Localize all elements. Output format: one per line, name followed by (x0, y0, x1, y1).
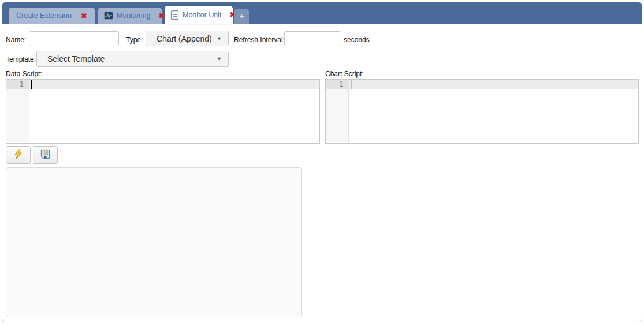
data-script-editor[interactable]: 1 (6, 79, 320, 144)
type-label: Type: (126, 36, 143, 44)
code-area[interactable] (29, 80, 319, 143)
refresh-interval-input[interactable] (284, 31, 341, 46)
tab-monitoring[interactable]: Monitoring ✖ (98, 8, 162, 24)
tab-label: Monitoring (117, 12, 150, 20)
close-icon[interactable]: ✖ (77, 12, 87, 20)
template-label: Template: (6, 55, 36, 63)
preview-panel (6, 167, 302, 317)
document-icon (170, 10, 179, 20)
line-number-gutter: 1 (6, 80, 29, 143)
chart-script-label: Chart Script: (325, 70, 364, 78)
type-select-value: Chart (Append) (157, 34, 212, 43)
chart-script-editor[interactable]: 1 (325, 79, 639, 144)
template-select[interactable]: Select Template ▼ (36, 51, 229, 67)
name-input[interactable] (29, 31, 119, 46)
template-select-value: Select Template (47, 54, 105, 63)
line-number-gutter: 1 (326, 80, 349, 143)
text-caret (351, 80, 352, 89)
plus-icon: + (239, 12, 244, 21)
seconds-unit-label: seconds (344, 36, 370, 44)
refresh-interval-label: Refresh Interval: (234, 36, 285, 44)
lightning-icon (13, 149, 23, 161)
tab-create-extension[interactable]: Create Extension ✖ (9, 8, 95, 24)
name-label: Name: (6, 36, 26, 44)
text-caret (31, 80, 32, 89)
save-button[interactable] (33, 146, 58, 164)
data-script-label: Data Script: (6, 70, 42, 78)
line-number: 1 (6, 80, 29, 89)
run-button[interactable] (6, 146, 31, 164)
tab-label: Monitor Unit (183, 11, 221, 19)
monitoring-icon (104, 12, 113, 20)
type-select[interactable]: Chart (Append) ▼ (146, 31, 229, 46)
tab-bar: Create Extension ✖ Monitoring ✖ (2, 2, 642, 24)
chevron-down-icon: ▼ (217, 56, 228, 62)
monitor-unit-window: Create Extension ✖ Monitoring ✖ (2, 2, 642, 322)
floppy-disk-icon (40, 149, 50, 161)
close-icon[interactable]: ✖ (155, 12, 165, 20)
active-line (29, 80, 319, 89)
code-area[interactable] (349, 80, 638, 143)
line-number: 1 (326, 80, 348, 89)
active-line (349, 80, 638, 89)
tab-label: Create Extension (16, 12, 72, 20)
tab-add-new[interactable]: + (234, 9, 249, 24)
chevron-down-icon: ▼ (217, 36, 228, 42)
tab-monitor-unit[interactable]: Monitor Unit ✖ (165, 6, 233, 24)
